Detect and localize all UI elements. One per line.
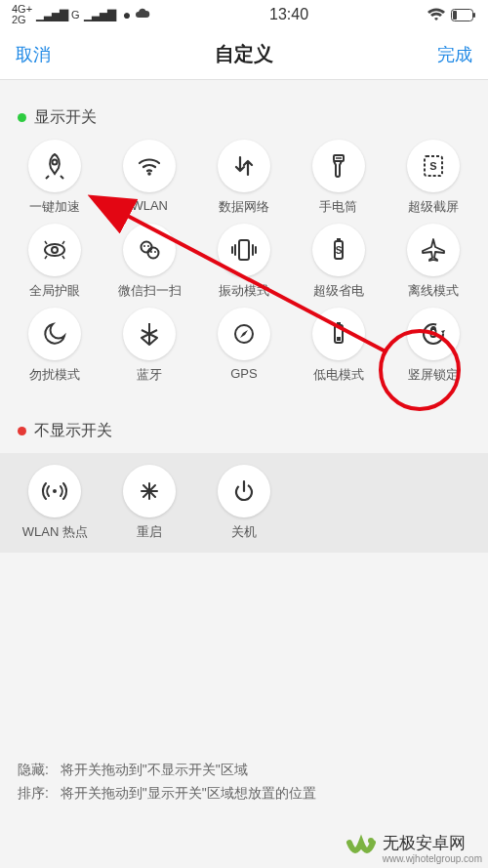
- red-dot-icon: [18, 427, 26, 435]
- clock: 13:40: [269, 6, 308, 23]
- toggle-label: 超级省电: [313, 282, 364, 300]
- toggle-gps[interactable]: GPS: [197, 308, 292, 384]
- rotation-icon: [407, 308, 460, 360]
- watermark-brand: 无极安卓网: [383, 832, 482, 854]
- toggle-label: 超级截屏: [408, 198, 459, 216]
- status-bar: 4G+ 2G ▁▃▅▇ G ▁▃▅▇ ● 13:40: [0, 0, 488, 29]
- toggle-label: 离线模式: [408, 282, 459, 300]
- svg-rect-2: [453, 11, 457, 20]
- toggle-label: WLAN 热点: [22, 523, 88, 541]
- page-title: 自定义: [215, 41, 273, 67]
- status-right: [427, 8, 476, 21]
- hint-sort-text: 将开关拖动到"显示开关"区域想放置的位置: [61, 785, 316, 801]
- reboot-icon: [123, 465, 176, 517]
- airplane-icon: [407, 224, 460, 276]
- status-dot-icon: ●: [123, 7, 131, 22]
- watermark-url: www.wjhotelgroup.com: [383, 854, 482, 864]
- toggle-label: 勿扰模式: [29, 366, 80, 384]
- lowpower-icon: [312, 308, 365, 360]
- supersave-icon: [312, 224, 365, 276]
- toggle-dnd[interactable]: 勿扰模式: [8, 308, 102, 384]
- status-left: 4G+ 2G ▁▃▅▇ G ▁▃▅▇ ●: [12, 4, 150, 25]
- toggle-rotation[interactable]: 竖屏锁定: [386, 308, 480, 384]
- bluetooth-icon: [123, 308, 176, 360]
- toggle-eyecare[interactable]: 全局护眼: [8, 224, 102, 300]
- signal-1-icon: ▁▃▅▇: [36, 8, 67, 21]
- flashlight-icon: [312, 140, 365, 192]
- green-dot-icon: [18, 113, 26, 122]
- toggle-speedup[interactable]: 一键加速: [8, 140, 102, 216]
- hide-section-header: 不显示开关: [0, 393, 488, 453]
- done-button[interactable]: 完成: [437, 43, 472, 66]
- toggle-label: 蓝牙: [137, 366, 162, 384]
- gps-icon: [218, 308, 270, 360]
- show-section-label: 显示开关: [34, 107, 97, 128]
- toggle-label: 重启: [137, 523, 162, 541]
- toggle-airplane[interactable]: 离线模式: [386, 224, 480, 300]
- signal-2-icon: ▁▃▅▇: [84, 8, 115, 21]
- toggle-supersave[interactable]: 超级省电: [291, 224, 386, 300]
- data-icon: [218, 140, 270, 192]
- toggle-label: 手电筒: [319, 198, 357, 216]
- hint-sort-label: 排序:: [18, 785, 49, 801]
- toggle-flashlight[interactable]: 手电筒: [291, 140, 386, 216]
- toggle-bluetooth[interactable]: 蓝牙: [102, 308, 197, 384]
- screenshot-icon: [407, 140, 460, 192]
- battery-icon: [451, 9, 476, 21]
- show-grid: 一键加速WLAN数据网络手电筒超级截屏全局护眼微信扫一扫振动模式超级省电离线模式…: [0, 140, 488, 393]
- toggle-label: 关机: [231, 523, 257, 541]
- carrier-g-icon: G: [71, 9, 80, 21]
- toggle-label: 一键加速: [29, 198, 80, 216]
- toggle-reboot[interactable]: 重启: [102, 465, 197, 541]
- toggle-data[interactable]: 数据网络: [197, 140, 292, 216]
- toggle-label: WLAN: [131, 198, 168, 213]
- toggle-wx-scan[interactable]: 微信扫一扫: [102, 224, 197, 300]
- toggle-label: 低电模式: [313, 366, 364, 384]
- toggle-poweroff[interactable]: 关机: [197, 465, 292, 541]
- hide-grid: WLAN 热点重启关机: [0, 453, 488, 553]
- toggle-label: 振动模式: [219, 282, 269, 300]
- wlan-icon: [123, 140, 176, 192]
- toggle-label: 全局护眼: [29, 282, 80, 300]
- eyecare-icon: [28, 224, 81, 276]
- show-section-header: 显示开关: [0, 80, 488, 140]
- toggle-label: GPS: [230, 366, 257, 381]
- toggle-label: 竖屏锁定: [408, 366, 459, 384]
- nav-bar: 取消 自定义 完成: [0, 29, 488, 80]
- watermark: 无极安卓网 www.wjhotelgroup.com: [346, 832, 482, 864]
- hint-hide-text: 将开关拖动到"不显示开关"区域: [61, 762, 248, 777]
- toggle-wlan[interactable]: WLAN: [102, 140, 197, 216]
- dnd-icon: [28, 308, 81, 360]
- toggle-label: 数据网络: [219, 198, 269, 216]
- toggle-hotspot[interactable]: WLAN 热点: [8, 465, 102, 541]
- wx-scan-icon: [123, 224, 176, 276]
- network-2: 2G: [12, 15, 32, 25]
- watermark-logo-icon: [346, 833, 377, 864]
- svg-rect-1: [473, 13, 475, 18]
- hide-section-label: 不显示开关: [34, 421, 112, 441]
- speedup-icon: [28, 140, 81, 192]
- cancel-button[interactable]: 取消: [16, 43, 51, 66]
- vibrate-icon: [218, 224, 270, 276]
- svg-point-4: [368, 838, 374, 844]
- hint-box: 隐藏: 将开关拖动到"不显示开关"区域 排序: 将开关拖动到"显示开关"区域想放…: [0, 745, 488, 819]
- status-cloud-icon: [135, 8, 150, 22]
- toggle-screenshot[interactable]: 超级截屏: [386, 140, 480, 216]
- wifi-icon: [427, 8, 445, 21]
- hint-hide-label: 隐藏:: [18, 762, 49, 777]
- toggle-lowpower[interactable]: 低电模式: [291, 308, 386, 384]
- toggle-label: 微信扫一扫: [118, 282, 182, 300]
- hotspot-icon: [28, 465, 81, 517]
- toggle-vibrate[interactable]: 振动模式: [197, 224, 292, 300]
- poweroff-icon: [218, 465, 270, 517]
